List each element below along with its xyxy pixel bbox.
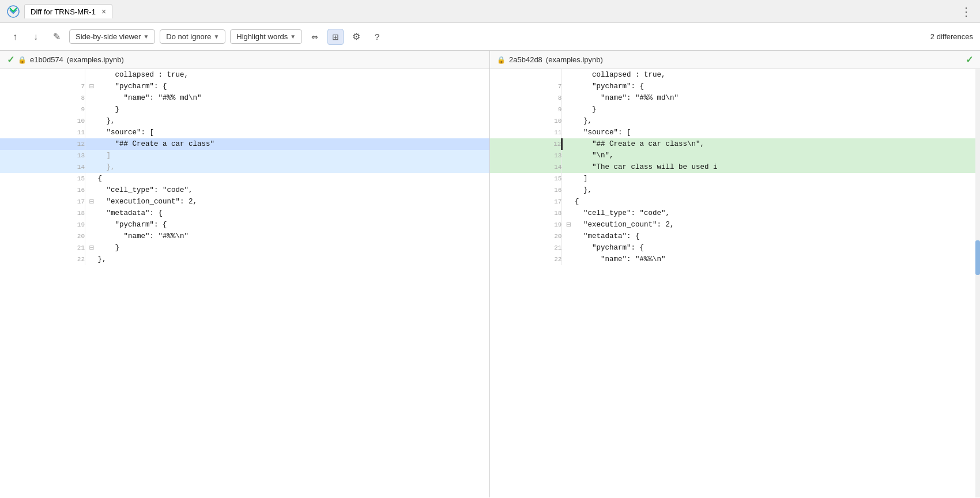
diff-pane-right[interactable]: collapsed : true, 7 "pycharm": { 8 "name… <box>490 69 980 497</box>
app-logo <box>7 5 20 18</box>
tab-diff[interactable]: Diff for TRNS-MR-1 × <box>24 4 112 18</box>
line-code: "\n", <box>575 150 980 161</box>
line-gutter <box>562 150 575 161</box>
line-gutter <box>85 184 98 196</box>
line-code: }, <box>98 115 489 127</box>
line-gutter <box>85 231 98 242</box>
line-code: "cell_type": "code", <box>98 184 489 196</box>
line-gutter <box>562 173 575 184</box>
line-code: "pycharm": { <box>575 81 980 92</box>
line-gutter <box>562 207 575 219</box>
tab-label: Diff for TRNS-MR-1 <box>31 7 96 16</box>
viewer-label: Side-by-side viewer <box>76 32 141 41</box>
table-row: 22 "name": "#%%\n" <box>490 254 980 265</box>
line-code: }, <box>98 161 489 173</box>
table-row: 11 "source": [ <box>490 127 980 138</box>
table-row: 12 "## Create a car class\n", <box>490 138 980 150</box>
table-row: 7 ⊟ "pycharm": { <box>0 81 489 92</box>
line-gutter <box>85 207 98 219</box>
table-row: 19 "pycharm": { <box>0 219 489 231</box>
left-checkmark: ✓ <box>7 54 14 65</box>
line-gutter <box>562 127 575 138</box>
right-checkmark: ✓ <box>966 54 973 65</box>
line-num: 12 <box>0 138 85 150</box>
left-diff-table: collapsed : true, 7 ⊟ "pycharm": { 8 "na… <box>0 69 489 265</box>
toolbar: ↑ ↓ ✎ Side-by-side viewer ▼ Do not ignor… <box>0 23 980 51</box>
line-num: 9 <box>0 104 85 115</box>
tab-close-button[interactable]: × <box>101 7 106 16</box>
help-button[interactable]: ? <box>369 29 385 45</box>
line-gutter <box>85 219 98 231</box>
diff-pane-left[interactable]: collapsed : true, 7 ⊟ "pycharm": { 8 "na… <box>0 69 490 497</box>
line-gutter: ⊟ <box>562 219 575 231</box>
table-row: 22 }, <box>0 254 489 265</box>
table-row: 18 "cell_type": "code", <box>490 207 980 219</box>
table-row: 16 "cell_type": "code", <box>0 184 489 196</box>
table-row: 13 "\n", <box>490 150 980 161</box>
line-code: "name": "#%%\n" <box>98 231 489 242</box>
line-gutter <box>85 69 98 81</box>
table-row: 17 { <box>490 196 980 207</box>
line-gutter <box>562 69 575 81</box>
line-code: }, <box>575 184 980 196</box>
ignore-dropdown[interactable]: Do not ignore ▼ <box>160 29 225 44</box>
line-num: 18 <box>0 207 85 219</box>
line-num: 10 <box>490 115 562 127</box>
settings-button[interactable]: ⚙ <box>348 29 364 45</box>
ignore-label: Do not ignore <box>166 32 211 41</box>
title-bar-menu[interactable]: ⋮ <box>960 5 973 18</box>
columns-icon: ⊞ <box>332 32 339 42</box>
line-gutter: ⊟ <box>85 196 98 207</box>
line-num: 17 <box>0 196 85 207</box>
viewer-dropdown[interactable]: Side-by-side viewer ▼ <box>69 29 155 44</box>
settings-icon: ⚙ <box>352 31 360 42</box>
line-code: "The car class will be used i <box>575 161 980 173</box>
left-file-hash: e1b0d574 <box>30 55 63 64</box>
line-num: 14 <box>490 161 562 173</box>
line-num <box>490 69 562 81</box>
line-gutter <box>85 115 98 127</box>
line-num: 7 <box>490 81 562 92</box>
table-row: collapsed : true, <box>0 69 489 81</box>
line-gutter <box>562 138 575 150</box>
table-row: 17 ⊟ "execution_count": 2, <box>0 196 489 207</box>
file-header-right: 🔒 2a5b42d8 (examples.ipynb) ✓ <box>490 51 980 69</box>
columns-button[interactable]: ⊞ <box>327 29 344 45</box>
table-row: 7 "pycharm": { <box>490 81 980 92</box>
left-lock-icon: 🔒 <box>18 56 27 64</box>
title-bar: Diff for TRNS-MR-1 × ⋮ <box>0 0 980 23</box>
split-button[interactable]: ⇔ <box>307 29 323 45</box>
line-gutter <box>85 173 98 184</box>
line-code: } <box>98 104 489 115</box>
edit-button[interactable]: ✎ <box>48 29 65 45</box>
line-num: 20 <box>0 231 85 242</box>
ignore-dropdown-arrow: ▼ <box>213 33 219 40</box>
table-row: 10 }, <box>490 115 980 127</box>
line-code: "metadata": { <box>575 231 980 242</box>
table-row: collapsed : true, <box>490 69 980 81</box>
line-code: "## Create a car class" <box>98 138 489 150</box>
line-gutter <box>85 254 98 265</box>
line-code: { <box>575 196 980 207</box>
line-code: }, <box>575 115 980 127</box>
line-code: collapsed : true, <box>98 69 489 81</box>
table-row: 14 }, <box>0 161 489 173</box>
table-row: 11 "source": [ <box>0 127 489 138</box>
line-gutter <box>85 150 98 161</box>
line-code: { <box>98 173 489 184</box>
table-row: 21 ⊟ } <box>0 242 489 254</box>
line-code: collapsed : true, <box>575 69 980 81</box>
line-code: } <box>575 104 980 115</box>
right-lock-icon: 🔒 <box>497 56 506 64</box>
line-num: 11 <box>0 127 85 138</box>
line-num: 16 <box>490 184 562 196</box>
scroll-down-button[interactable]: ↓ <box>28 29 44 45</box>
line-num: 19 <box>0 219 85 231</box>
highlight-dropdown[interactable]: Highlight words ▼ <box>230 29 302 44</box>
line-gutter <box>562 184 575 196</box>
line-gutter <box>85 161 98 173</box>
line-code: "execution_count": 2, <box>575 219 980 231</box>
table-row: 13 ] <box>0 150 489 161</box>
line-num: 9 <box>490 104 562 115</box>
scroll-up-button[interactable]: ↑ <box>7 29 23 45</box>
